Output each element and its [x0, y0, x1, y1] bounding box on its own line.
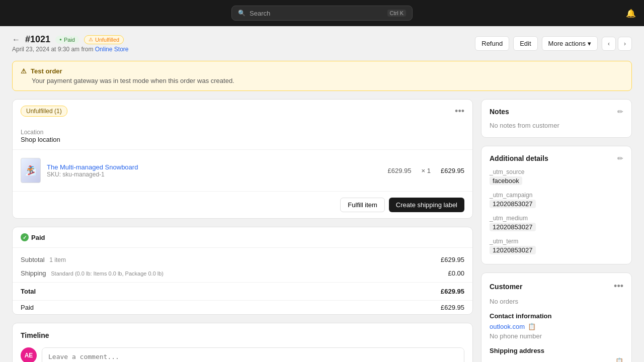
product-row: 🏂 The Multi-managed Snowboard SKU: sku-m… — [13, 150, 472, 192]
timeline-title: Timeline — [21, 331, 464, 339]
previous-order-button[interactable]: ‹ — [602, 37, 616, 51]
paid-badge: Paid — [55, 36, 79, 44]
additional-details-title: Additional details — [490, 154, 548, 162]
notes-title: Notes — [490, 108, 509, 116]
search-icon: 🔍 — [238, 10, 246, 17]
search-shortcut: Ctrl K — [387, 10, 407, 17]
utm-medium-key: _utm_medium — [490, 215, 623, 222]
notes-content: No notes from customer — [490, 122, 623, 129]
notes-edit-icon[interactable]: ✏ — [617, 108, 623, 116]
utm-term-key: _utm_term — [490, 238, 623, 245]
utm-campaign-value: 12020853027 — [490, 200, 536, 208]
test-order-banner: ⚠ Test order Your payment gateway was in… — [12, 61, 632, 91]
order-number: #1021 — [25, 34, 50, 45]
product-name-link[interactable]: The Multi-managed Snowboard — [47, 163, 138, 171]
search-bar[interactable]: 🔍 Search Ctrl K — [231, 6, 413, 21]
unfulfilled-card: Unfulfilled (1) ••• Location Shop locati… — [12, 99, 473, 219]
shipping-detail: Standard (0.0 lb: Items 0.0 lb, Package … — [51, 270, 164, 277]
back-button[interactable]: ← — [12, 35, 20, 44]
utm-medium-value: 12020853027 — [490, 223, 536, 231]
location-label: Location — [21, 129, 464, 136]
comment-input-wrap: ☺ @ # 🔗 Post — [42, 347, 464, 362]
paid-label: Paid — [21, 304, 34, 311]
order-meta: April 23, 2024 at 9:30 am from Online St… — [12, 46, 128, 53]
total-value: £629.95 — [441, 288, 464, 295]
user-avatar: AE — [21, 347, 37, 362]
total-row: Total £629.95 — [13, 282, 472, 298]
utm-term-value: 12020853027 — [490, 246, 536, 254]
product-thumbnail: 🏂 — [21, 158, 41, 183]
unfulfilled-menu-button[interactable]: ••• — [455, 106, 464, 117]
shipping-address-section: Shipping address 📋 United Kingdom View m… — [490, 347, 623, 362]
customer-card: Customer ••• No orders Contact informati… — [481, 273, 632, 362]
product-quantity: × 1 — [422, 167, 431, 174]
paid-row: Paid £629.95 — [13, 300, 472, 314]
no-orders: No orders — [490, 298, 623, 305]
subtotal-row: Subtotal 1 item £629.95 — [13, 253, 472, 266]
alert-description: Your payment gateway was in test mode wh… — [21, 77, 623, 84]
product-price: £629.95 — [388, 167, 412, 174]
notes-card: Notes ✏ No notes from customer — [481, 99, 632, 138]
subtotal-label: Subtotal — [21, 256, 45, 263]
timeline-section: Timeline AE ☺ @ # 🔗 Post Only yo — [12, 323, 473, 362]
comment-box: AE ☺ @ # 🔗 Post — [21, 347, 464, 362]
subtotal-qty: 1 item — [49, 256, 66, 263]
refund-button[interactable]: Refund — [475, 36, 509, 51]
paid-check-icon: ✓ — [21, 233, 29, 241]
payment-card: ✓ Paid Subtotal 1 item £629.95 Sh — [12, 227, 473, 315]
source-link[interactable]: Online Store — [95, 46, 129, 53]
shipping-row: Shipping Standard (0.0 lb: Items 0.0 lb,… — [13, 266, 472, 280]
page-header: ← #1021 Paid Unfulfilled April 23, 2024 … — [12, 34, 632, 53]
search-placeholder: Search — [250, 10, 270, 17]
edit-button[interactable]: Edit — [513, 36, 537, 51]
warning-icon: ⚠ — [21, 67, 27, 75]
bell-icon[interactable]: 🔔 — [626, 9, 636, 18]
more-actions-button[interactable]: More actions ▾ — [542, 36, 598, 51]
unfulfilled-badge: Unfulfilled — [84, 35, 124, 44]
paid-title: Paid — [31, 234, 45, 241]
utm-source-value: facebook — [490, 176, 522, 185]
utm-campaign-key: _utm_campaign — [490, 192, 623, 199]
unfulfilled-status-badge: Unfulfilled (1) — [21, 106, 67, 117]
chevron-down-icon: ▾ — [588, 40, 591, 47]
additional-details-card: Additional details ✏ _utm_source faceboo… — [481, 146, 632, 264]
copy-address-icon[interactable]: 📋 — [615, 357, 623, 362]
shipping-value: £0.00 — [448, 269, 464, 277]
additional-details-edit-icon[interactable]: ✏ — [617, 154, 623, 162]
paid-value: £629.95 — [441, 304, 464, 311]
fulfill-item-button[interactable]: Fulfill item — [340, 198, 385, 212]
comment-input[interactable] — [42, 348, 464, 362]
copy-email-icon[interactable]: 📋 — [528, 323, 536, 330]
no-phone: No phone number — [490, 332, 623, 340]
shipping-address-title: Shipping address — [490, 347, 623, 354]
utm-source-key: _utm_source — [490, 168, 623, 175]
location-section: Location Shop location — [13, 123, 472, 150]
shipping-label: Shipping — [21, 269, 46, 277]
customer-email[interactable]: outlook.com — [490, 323, 525, 330]
location-value: Shop location — [21, 136, 464, 143]
product-sku: SKU: sku-managed-1 — [47, 171, 382, 178]
customer-menu-button[interactable]: ••• — [614, 281, 623, 292]
product-total: £629.95 — [441, 167, 464, 174]
next-order-button[interactable]: › — [618, 37, 632, 51]
contact-title: Contact information — [490, 312, 623, 320]
create-shipping-label-button[interactable]: Create shipping label — [389, 198, 464, 212]
subtotal-value: £629.95 — [441, 256, 464, 263]
top-navigation: 🔍 Search Ctrl K 🔔 — [0, 0, 644, 26]
total-label: Total — [21, 288, 36, 295]
alert-title-text: Test order — [31, 67, 62, 75]
customer-title: Customer — [490, 283, 522, 291]
contact-information: Contact information outlook.com 📋 No pho… — [490, 312, 623, 340]
